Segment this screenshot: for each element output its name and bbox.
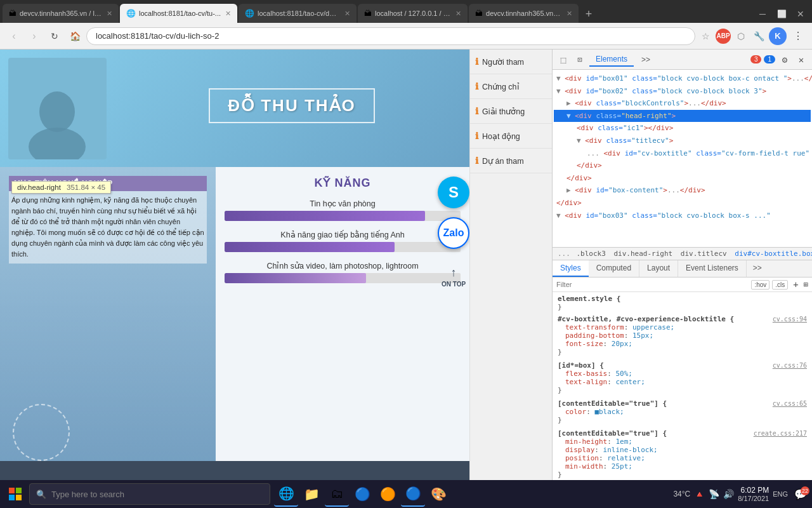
event-listeners-tab[interactable]: Event Listeners: [678, 260, 747, 277]
element-line-6[interactable]: ... <div id="cv-boxtitle" class="cv-form…: [554, 147, 811, 160]
zalo-button[interactable]: Zalo: [438, 217, 469, 249]
search-icon: 🔍: [36, 490, 46, 499]
toggle-layout-btn[interactable]: ⊞: [804, 280, 808, 289]
devtools-tab-more[interactable]: >>: [636, 53, 655, 66]
side-nav-label-0: Người tham: [482, 57, 524, 67]
cv-left-column: MỤC TIÊU NGHỀ NGHIỆP Áp dụng những kinh …: [0, 167, 216, 480]
menu-button[interactable]: ⋮: [789, 27, 807, 45]
element-line-5[interactable]: ▼ <div class="titlecv">: [554, 135, 811, 147]
language-indicator: ENG: [773, 490, 788, 498]
reload-button[interactable]: ↻: [46, 27, 63, 45]
element-line-4[interactable]: <div class="ic1"></div>: [554, 122, 811, 135]
windows-taskbar: 🔍 Type here to search 🌐 📁 🗂 🔵 🟠 🔵: [0, 480, 812, 508]
forward-button[interactable]: ›: [25, 27, 43, 45]
rule-4-source[interactable]: create.css:217: [754, 430, 807, 437]
new-tab-button[interactable]: +: [580, 5, 598, 23]
element-line-7[interactable]: </div>: [554, 159, 811, 172]
clock-display[interactable]: 6:02 PM 8/17/2021: [738, 486, 769, 502]
extension-icon-2[interactable]: 🔧: [751, 29, 766, 44]
back-button[interactable]: ‹: [5, 27, 23, 45]
window-minimize[interactable]: ─: [754, 5, 771, 23]
windows-logo-icon: [9, 488, 22, 500]
element-line-0[interactable]: ▼ <div id="box01" class="block cvo-block…: [554, 72, 811, 85]
side-nav-item-4[interactable]: ℹ Dự án tham: [470, 149, 552, 173]
layout-tab[interactable]: Layout: [639, 260, 678, 277]
taskbar-icon-app1[interactable]: 🔵: [350, 481, 374, 507]
rule-1-source[interactable]: cv.css:94: [773, 316, 807, 323]
address-input[interactable]: localhost:8181/tao-cv/du-lich-so-2: [86, 27, 695, 45]
abp-icon[interactable]: ABP: [716, 29, 731, 44]
tab-4[interactable]: 🏔 localhost / 127.0.0.1 / vie... ✕: [358, 4, 468, 23]
taskbar-icon-chrome[interactable]: 🔵: [401, 481, 425, 507]
rule-2-source[interactable]: cv.css:76: [773, 362, 807, 369]
computed-tab[interactable]: Computed: [589, 260, 639, 277]
tab-2[interactable]: 🌐 localhost:8181/tao-cv/tu-... ✕: [120, 4, 237, 23]
side-nav-item-3[interactable]: ℹ Hoạt động: [470, 124, 552, 149]
element-line-9[interactable]: ▶ <div id="box-content">...</div>: [554, 184, 811, 197]
styles-tab[interactable]: Styles: [553, 260, 589, 277]
rule-0-close: }: [558, 303, 807, 311]
element-line-8[interactable]: </div>: [554, 172, 811, 185]
cv-bottom-bar: [0, 461, 469, 480]
side-nav-item-2[interactable]: ℹ Giải thưởng: [470, 99, 552, 124]
pseudo-hov[interactable]: :hov: [751, 280, 769, 290]
tab-5[interactable]: 🏔 devcv.tinnhanh365.vn / lo... ✕: [469, 4, 579, 23]
breadcrumb-item-2[interactable]: div.head-right: [613, 250, 672, 258]
chrome-icon: 🔵: [405, 486, 421, 501]
element-tooltip: div.head-right 351.84 × 45: [11, 181, 111, 194]
window-close[interactable]: ✕: [792, 5, 809, 23]
breadcrumb-item-1[interactable]: .block3: [577, 250, 606, 258]
element-line-2[interactable]: ▶ <div class="blockControls">...</div>: [554, 97, 811, 110]
devtools-panel-tabs: Styles Computed Layout Event Listeners >…: [553, 260, 812, 277]
element-line-11[interactable]: ▼ <div id="box03" class="block cvo-block…: [554, 210, 811, 222]
rule-3-source[interactable]: cv.css:65: [773, 400, 807, 407]
taskbar-icon-app2[interactable]: 🟠: [376, 481, 400, 507]
responsive-icon[interactable]: ⊡: [573, 53, 587, 67]
files-icon: 🗂: [331, 486, 343, 501]
side-nav-icon-4: ℹ: [475, 156, 478, 166]
side-nav-item-0[interactable]: ℹ Người tham: [470, 50, 552, 74]
tab-2-close[interactable]: ✕: [225, 10, 231, 18]
start-button[interactable]: [3, 481, 28, 507]
add-style-btn[interactable]: +: [790, 279, 801, 290]
breadcrumb-item-3[interactable]: div.titlecv: [681, 250, 727, 258]
taskbar-icon-explorer[interactable]: 📁: [299, 481, 324, 507]
more-panel-tabs[interactable]: >>: [747, 260, 768, 277]
element-line-10[interactable]: </div>: [554, 197, 811, 210]
element-line-1[interactable]: ▼ <div id="box02" class="block cvo-block…: [554, 85, 811, 98]
taskbar-search-box[interactable]: 🔍 Type here to search: [29, 483, 270, 505]
rule-3-close: }: [558, 416, 807, 424]
tab-3-title: localhost:8181/tao-cv/du-...: [258, 10, 340, 17]
rule-4-close: }: [558, 471, 807, 479]
bookmark-icon[interactable]: ☆: [698, 29, 713, 44]
tab-1[interactable]: 🏔 devcv.tinnhanh365.vn / lo... ✕: [3, 4, 119, 23]
error-badge: 3: [750, 55, 762, 64]
user-avatar[interactable]: K: [769, 27, 787, 45]
window-maximize[interactable]: ⬜: [773, 5, 790, 23]
breadcrumb-item-4[interactable]: div#cv-boxtitle.box-title: [735, 250, 812, 258]
tab-3-close[interactable]: ✕: [344, 10, 350, 18]
styles-filter-input[interactable]: [556, 281, 749, 288]
tab-4-close[interactable]: ✕: [455, 10, 461, 18]
devtools-tab-elements[interactable]: Elements: [589, 53, 634, 67]
style-rule-2-header: [id*=box] { cv.css:76: [558, 361, 807, 370]
side-nav-item-1[interactable]: ℹ Chứng chỉ: [470, 74, 552, 99]
settings-icon[interactable]: ⚙: [778, 53, 792, 67]
skype-button[interactable]: S: [438, 177, 469, 208]
extension-icon-1[interactable]: ⬡: [733, 29, 749, 44]
notification-button[interactable]: 💬 22: [792, 485, 809, 503]
home-button[interactable]: 🏠: [66, 27, 84, 45]
svg-point-1: [29, 128, 86, 159]
inspect-icon[interactable]: ⬚: [556, 53, 570, 67]
devtools-close-icon[interactable]: ✕: [794, 53, 808, 67]
pseudo-cls[interactable]: .cls: [772, 280, 788, 290]
on-top-button[interactable]: ↑ ON TOP: [438, 258, 469, 296]
element-line-3-selected[interactable]: ▼ <div class="head-right">: [554, 110, 811, 123]
tab-1-close[interactable]: ✕: [107, 10, 112, 18]
taskbar-icon-edge[interactable]: 🌐: [274, 481, 298, 507]
taskbar-icon-ps[interactable]: 🎨: [426, 481, 450, 507]
tab-3[interactable]: 🌐 localhost:8181/tao-cv/du-... ✕: [239, 4, 357, 23]
tab-5-close[interactable]: ✕: [566, 10, 572, 18]
cv-header-right: ĐỖ THU THẢO: [114, 50, 469, 167]
taskbar-icon-files[interactable]: 🗂: [325, 481, 349, 507]
